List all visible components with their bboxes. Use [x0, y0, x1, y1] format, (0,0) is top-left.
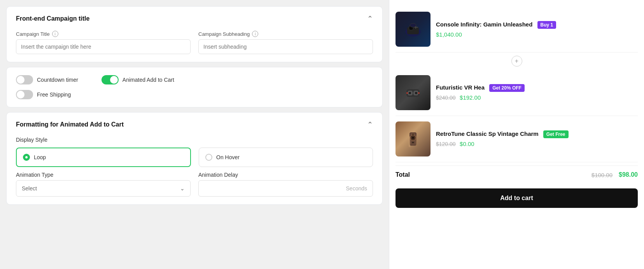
svg-rect-23	[416, 135, 417, 147]
right-panel: Console Infinity: Gamin Unleashed Buy 1 …	[389, 0, 644, 269]
svg-point-19	[412, 137, 414, 139]
formatting-section-title: Formatting for Animated Add to Cart	[16, 121, 124, 128]
svg-point-20	[412, 134, 414, 135]
animation-settings-row: Animation Type Select ⌄ Animation Delay …	[16, 172, 373, 197]
free-shipping-label: Free Shipping	[37, 91, 71, 98]
free-shipping-knob	[17, 91, 24, 98]
product-image-vr	[396, 75, 430, 110]
speaker-icon	[403, 129, 423, 149]
campaign-title-label: Campaign Title i	[16, 31, 191, 37]
countdown-timer-toggle[interactable]	[16, 75, 33, 84]
product-name-2: Futuristic VR Hea Get 20% OFF	[436, 84, 638, 92]
svg-rect-21	[412, 142, 414, 143]
campaign-fields-row: Campaign Title i Campaign Subheading i	[16, 31, 373, 54]
campaign-subheading-label: Campaign Subheading i	[198, 31, 373, 37]
countdown-timer-toggle-item: Countdown timer	[16, 75, 78, 84]
svg-point-6	[410, 23, 416, 27]
loop-label: Loop	[34, 154, 46, 160]
product-price-row-3: $120.00 $0.00	[436, 141, 638, 148]
product-item-1: Console Infinity: Gamin Unleashed Buy 1 …	[396, 6, 638, 53]
free-shipping-toggle-item: Free Shipping	[16, 90, 373, 99]
svg-point-11	[408, 91, 411, 95]
campaign-subheading-info-icon[interactable]: i	[252, 31, 258, 37]
product-old-price-3: $120.00	[436, 141, 456, 147]
loop-option[interactable]: Loop	[16, 148, 191, 167]
countdown-timer-label: Countdown timer	[37, 77, 78, 83]
product-item-3: RetroTune Classic Sp Vintage Charm Get F…	[396, 116, 638, 162]
campaign-title-group: Campaign Title i	[16, 31, 191, 54]
card-header-3: Formatting for Animated Add to Cart ⌃	[16, 120, 373, 129]
product-image-gaming	[396, 12, 430, 47]
animation-delay-input[interactable]: Seconds	[198, 180, 373, 197]
toggles-section: Countdown timer Animated Add to Cart	[16, 75, 373, 84]
product-item-2: Futuristic VR Hea Get 20% OFF $240.00 $1…	[396, 70, 638, 116]
svg-rect-13	[406, 92, 408, 94]
card-header-1: Front-end Campaign title ⌃	[16, 14, 373, 23]
svg-rect-10	[412, 91, 414, 95]
add-product-icon[interactable]: +	[511, 56, 522, 67]
on-hover-label: On Hover	[216, 154, 240, 160]
total-price: $98.00	[619, 171, 638, 178]
product-name-1: Console Infinity: Gamin Unleashed Buy 1	[436, 21, 638, 29]
campaign-section-title: Front-end Campaign title	[16, 15, 89, 22]
animated-cart-knob	[110, 76, 118, 84]
display-style-label: Display Style	[16, 137, 373, 143]
product-info-1: Console Infinity: Gamin Unleashed Buy 1 …	[436, 21, 638, 38]
product-old-price-2: $240.00	[436, 95, 456, 101]
animation-type-wrapper: Animation Type Select ⌄	[16, 172, 191, 197]
seconds-label: Seconds	[346, 185, 367, 192]
chevron-up-icon[interactable]: ⌃	[367, 14, 373, 23]
product-image-retro	[396, 121, 430, 156]
free-shipping-row: Free Shipping	[16, 90, 373, 99]
svg-rect-22	[409, 136, 410, 147]
loop-radio-circle	[23, 154, 30, 161]
product-badge-1: Buy 1	[537, 21, 556, 29]
total-prices: $100.00 $98.00	[592, 171, 638, 178]
product-badge-2: Get 20% OFF	[489, 84, 525, 92]
free-shipping-toggle[interactable]	[16, 90, 33, 99]
chevron-up-icon-2[interactable]: ⌃	[367, 120, 373, 129]
product-price-row-2: $240.00 $192.00	[436, 94, 638, 101]
campaign-subheading-input[interactable]	[198, 39, 373, 54]
chevron-down-icon: ⌄	[180, 185, 185, 192]
product-price-3: $0.00	[460, 141, 474, 147]
product-info-2: Futuristic VR Hea Get 20% OFF $240.00 $1…	[436, 84, 638, 101]
product-info-3: RetroTune Classic Sp Vintage Charm Get F…	[436, 130, 638, 148]
left-panel: Front-end Campaign title ⌃ Campaign Titl…	[0, 0, 389, 269]
product-price-1: $1,040.00	[436, 31, 638, 38]
svg-point-12	[415, 91, 418, 95]
total-label: Total	[396, 171, 410, 178]
product-badge-3: Get Free	[543, 130, 569, 138]
campaign-title-card: Front-end Campaign title ⌃ Campaign Titl…	[6, 6, 383, 62]
formatting-card: Formatting for Animated Add to Cart ⌃ Di…	[6, 112, 383, 205]
total-old-price: $100.00	[592, 172, 612, 178]
animated-cart-toggle[interactable]	[102, 75, 119, 84]
total-row: Total $100.00 $98.00	[396, 165, 638, 184]
gaming-console-icon	[403, 19, 423, 39]
display-style-radio-row: Loop On Hover	[16, 148, 373, 167]
product-name-3: RetroTune Classic Sp Vintage Charm Get F…	[436, 130, 638, 138]
vr-headset-icon	[403, 83, 423, 102]
countdown-timer-knob	[17, 76, 24, 84]
display-style-section: Display Style Loop On Hover	[16, 137, 373, 167]
campaign-title-info-icon[interactable]: i	[52, 31, 58, 37]
campaign-title-input[interactable]	[16, 39, 191, 54]
animation-type-label: Animation Type	[16, 172, 191, 178]
animation-delay-wrapper: Animation Delay Seconds	[198, 172, 373, 197]
animation-delay-label: Animation Delay	[198, 172, 373, 178]
add-to-cart-button[interactable]: Add to cart	[396, 188, 638, 208]
animated-cart-label: Animated Add to Cart	[122, 77, 174, 83]
toggles-card: Countdown timer Animated Add to Cart Fre…	[6, 67, 383, 107]
select-placeholder: Select	[22, 185, 37, 192]
on-hover-option[interactable]: On Hover	[199, 148, 373, 167]
on-hover-radio-circle	[205, 154, 212, 161]
product-price-2: $192.00	[460, 94, 481, 101]
svg-rect-14	[418, 92, 420, 94]
animation-type-select[interactable]: Select ⌄	[16, 180, 191, 197]
animated-cart-toggle-item: Animated Add to Cart	[102, 75, 174, 84]
campaign-subheading-group: Campaign Subheading i	[198, 31, 373, 54]
